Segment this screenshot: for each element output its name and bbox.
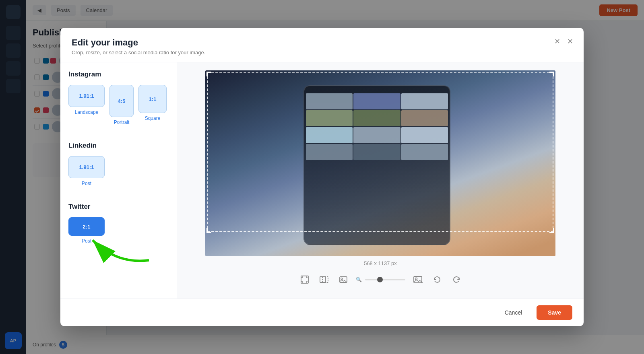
modal-title: Edit your image	[72, 37, 572, 48]
edit-image-modal: ✕ ✕ Edit your image Crop, resize, or sel…	[60, 28, 584, 326]
svg-point-5	[341, 278, 343, 280]
instagram-portrait-ratio: 4:5	[118, 98, 126, 104]
phone-overlay	[303, 85, 450, 245]
instagram-square-box[interactable]: 1:1	[138, 85, 167, 113]
linkedin-post-box[interactable]: 1.91:1	[68, 156, 105, 178]
modal-body: Instagram 1.91:1 Landscape 4:5 P	[60, 62, 584, 298]
crop-handle-tr[interactable]	[549, 72, 554, 76]
crop-handle-br[interactable]	[549, 228, 554, 233]
rotate-cw-button[interactable]	[450, 273, 463, 286]
instagram-portrait-btn[interactable]: 4:5 Portrait	[109, 85, 134, 125]
instagram-portrait-box[interactable]: 4:5	[109, 85, 134, 117]
modal-close-button[interactable]: ✕	[564, 36, 576, 47]
image-wrapper	[205, 70, 555, 256]
image-dimensions: 568 x 1137 px	[364, 260, 397, 266]
instagram-landscape-box[interactable]: 1.91:1	[68, 85, 105, 107]
zoom-out-icon[interactable]: 🔍	[356, 277, 362, 282]
save-button[interactable]: Save	[537, 305, 572, 320]
cancel-button[interactable]: Cancel	[495, 305, 532, 320]
modal-minimize-button[interactable]: ✕	[551, 36, 563, 47]
instagram-portrait-label: Portrait	[114, 119, 130, 125]
crop-handle-tl[interactable]	[206, 72, 211, 76]
modal-backdrop: ✕ ✕ Edit your image Crop, resize, or sel…	[0, 0, 644, 354]
instagram-landscape-btn[interactable]: 1.91:1 Landscape	[68, 85, 105, 125]
editor-toolbar: 🔍	[298, 269, 463, 290]
svg-rect-2	[320, 277, 326, 282]
svg-rect-1	[301, 276, 308, 283]
divider-1	[68, 135, 169, 135]
twitter-section-title: Twitter	[68, 203, 169, 211]
image-canvas	[185, 70, 576, 256]
modal-subtitle: Crop, resize, or select a social media r…	[72, 49, 572, 56]
main-photo	[205, 70, 555, 256]
crop-options-panel: Instagram 1.91:1 Landscape 4:5 P	[60, 62, 177, 298]
svg-rect-6	[414, 276, 422, 283]
instagram-landscape-label: Landscape	[75, 109, 99, 115]
instagram-square-label: Square	[145, 115, 161, 121]
linkedin-section-title: Linkedin	[68, 142, 169, 150]
instagram-landscape-ratio: 1.91:1	[79, 93, 94, 99]
fit-image-button[interactable]	[411, 273, 425, 286]
svg-rect-3	[322, 277, 328, 282]
crop-handle-bl[interactable]	[206, 228, 211, 233]
svg-point-7	[415, 278, 417, 280]
modal-footer: Cancel Save	[60, 298, 584, 326]
original-size-button[interactable]	[336, 273, 350, 286]
linkedin-post-btn[interactable]: 1.91:1 Post	[68, 156, 105, 186]
crop-free-button[interactable]	[298, 273, 312, 286]
photo-grid	[306, 93, 448, 160]
linkedin-post-label: Post	[82, 181, 91, 186]
slider-track[interactable]	[365, 279, 405, 280]
instagram-square-btn[interactable]: 1:1 Square	[138, 85, 167, 125]
linkedin-ratios: 1.91:1 Post	[68, 156, 169, 186]
crop-ratio-button[interactable]	[317, 273, 331, 286]
instagram-square-ratio: 1:1	[149, 96, 157, 102]
divider-2	[68, 196, 169, 196]
slider-thumb[interactable]	[377, 277, 383, 282]
instagram-ratios: 1.91:1 Landscape 4:5 Portrait	[68, 85, 169, 125]
linkedin-post-ratio: 1.91:1	[79, 164, 94, 170]
instagram-section-title: Instagram	[68, 70, 169, 78]
modal-header: Edit your image Crop, resize, or select …	[60, 28, 584, 62]
rotate-ccw-button[interactable]	[430, 273, 444, 286]
zoom-slider[interactable]: 🔍	[356, 277, 405, 282]
green-arrow	[85, 228, 157, 270]
image-editor-panel: 568 x 1137 px	[177, 62, 584, 298]
